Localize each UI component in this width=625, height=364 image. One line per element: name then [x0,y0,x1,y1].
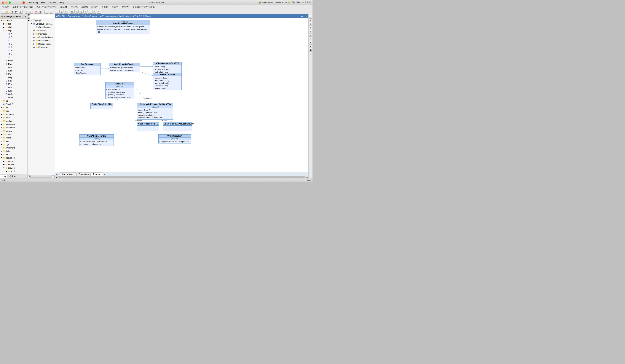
toolbar-save[interactable]: 💾 [10,10,14,14]
tree-extensions[interactable]: ▶ 📁 Extensions [28,46,55,49]
toolbar-paste[interactable]: 📌 [34,10,38,14]
class-Chain[interactable]: Chain <T> (abstract) # next : Chain<T> +… [105,82,134,99]
menu-window[interactable]: Window [48,1,56,4]
class-Chain-Main[interactable]: Chain_MainA***AsyncCallBackDTO (abstract… [137,103,173,120]
menu-model[interactable]: 模型(M) [59,5,69,9]
menu-edit[interactable]: Edit [41,1,45,4]
toggle-personas[interactable]: ▶ [0,113,3,116]
apple-icon[interactable]: 🍎 [22,1,25,4]
hscroll-thumb[interactable] [59,176,305,178]
toggle-classes[interactable]: ▶ [33,29,35,32]
tree-item-O2[interactable]: C O [0,42,27,46]
tree-item-In[interactable]: C In [0,173,27,174]
tree-item-p2p[interactable]: ▶ 📁 p2p [0,106,27,109]
tree-item-ICps[interactable]: I ICps [0,62,27,66]
class-Chain-ABInfo[interactable]: Chain_ABInfoAsyncCallBackDTO [163,122,192,131]
tree-generalizations[interactable]: ▶ 📁 Generalizations [28,35,55,39]
toggle-oom[interactable]: ▼ [30,23,33,25]
toolbar-copy[interactable]: 📋 [29,10,33,14]
toggle-ext[interactable]: ▶ [33,46,35,49]
tree-item-lOrd1[interactable]: C lOrd [0,69,27,72]
toggle-entity[interactable]: ▶ [3,160,5,162]
class-BaseResponse[interactable]: BaseResponse # code : String # msg : Str… [74,63,101,75]
rtool-6[interactable]: ⊞ [309,33,312,37]
tree-item-promotion[interactable]: ▶ 📁 promotion [0,123,27,126]
tree-item-lord[interactable]: C lord [0,66,27,69]
toggle-seckill[interactable]: ▶ [0,136,3,139]
tab-reverse[interactable]: Reverse [91,173,103,176]
tree-item-lPay2[interactable]: C lPay [0,79,27,82]
class-OrderBaseChain[interactable]: OrderBaseChain (abstract) # shopOrderExt… [158,134,191,144]
toggle-systemSta[interactable]: ▶ [0,147,3,149]
tree-item-score[interactable]: ▶ 📁 score [0,133,27,136]
tree-oom-model[interactable]: ▼ M ObjectOrientedModel_1 [28,22,55,26]
tree-item-chain[interactable]: ▶ 📁 chain [0,26,27,29]
tree-item-util1[interactable]: ▶ 📁 util [0,99,27,103]
tree-item-lUpd[interactable]: C lUpd [0,89,27,92]
class-CashAfterBaseChain[interactable]: CashAfterBaseChain (abstract) # loanTran… [79,134,114,146]
toggle-gen[interactable]: ▶ [33,36,35,38]
diagram-minimize-icon[interactable]: — [301,15,303,17]
tree-item-enums[interactable]: ▶ 📁 enums [0,163,27,166]
toggle-interfaces[interactable]: ▶ [33,32,35,35]
toolbar-cut[interactable]: ✂ [25,10,29,14]
model-search-input[interactable] [31,15,55,18]
tree-class-diagram[interactable]: D ClassDiagram_1 [28,26,55,29]
tab-check-model[interactable]: Check Model [60,173,76,176]
menu-huaiming[interactable]: huaiming [28,1,38,4]
toggle-product[interactable]: ▶ [0,120,3,122]
toolbar-delete[interactable]: 🗑 [38,10,42,14]
toggle-sign[interactable]: ▶ [0,143,3,146]
toggle-util2[interactable]: ▶ [0,153,3,156]
toggle-impl-bottom[interactable]: ▶ [5,170,8,173]
rtool-3[interactable]: ◉ [309,22,312,26]
tree-item-lPay1[interactable]: C lPay [0,76,27,79]
horizontal-scrollbar-thumb[interactable] [31,176,52,178]
toolbar-redo[interactable]: ↪ [49,10,53,14]
tree-item-proc[interactable]: ▶ 📁 proc [0,116,27,119]
toggle-pay[interactable]: ▶ [0,110,3,112]
tree-classes[interactable]: ▶ 📁 Classes [28,29,55,32]
tree-item-lSho2[interactable]: C lSho [0,86,27,89]
menu-help[interactable]: Help [59,1,64,4]
toolbar-generate[interactable]: ⚙ [59,10,63,14]
scroll-right-btn[interactable]: ▶ [52,176,55,178]
menu-language[interactable]: 语言(A) [79,5,89,9]
toolbar-text[interactable]: T [88,10,92,14]
toggle-utils-calcul[interactable]: ▼ [0,156,3,159]
rtool-8[interactable]: ⊠ [309,41,312,44]
toggle-regular[interactable]: ▶ [0,130,3,132]
nav-right-icon[interactable]: □ [58,173,59,176]
toggle-real[interactable]: ▶ [33,39,35,42]
tree-workspace[interactable]: ▶ 🗂 工作空间 [28,19,55,22]
tree-item-lSho1[interactable]: C lSho [0,82,27,86]
maximize-button[interactable] [9,1,11,4]
rtool-7[interactable]: ⊟ [309,37,312,40]
tree-item-impl[interactable]: ▼ 📁 impl [0,29,27,32]
rtool-2[interactable]: ▦ [309,18,312,22]
tree-item-util2[interactable]: ▶ 📁 util [0,153,27,156]
menu-repository[interactable]: 仓库(R) [100,5,110,9]
class-IOrderResultApiService[interactable]: <<interface>> IOrderResultApiService + o… [96,20,150,34]
diagram-scrollbar-h[interactable]: ◀ ▶ [55,176,308,178]
rtool-10[interactable]: ⬛ [309,48,312,52]
tree-item-S1[interactable]: C S [0,49,27,52]
tree-item-pay[interactable]: ▶ 📁 pay [0,109,27,113]
toggle-enums[interactable]: ▶ [3,163,5,166]
toggle-biz[interactable]: ▶ [3,23,5,25]
toolbar-zoom-out[interactable]: 🔍 [79,10,83,14]
toggle-score[interactable]: ▶ [0,133,3,136]
tree-item-Orde1[interactable]: C Orde [0,92,27,96]
tree-item-S2[interactable]: C S [0,52,27,56]
toggle-impl[interactable]: ▼ [3,29,5,32]
toggle-p2p[interactable]: ▶ [0,106,3,109]
tree-item-timing[interactable]: ▶ 📁 timing [0,150,27,153]
toggle-service-bottom[interactable]: ▼ [3,167,5,169]
tab-repository[interactable]: 仓库(R) [8,175,18,178]
close-button[interactable] [2,1,4,4]
tree-item-impl-bottom[interactable]: ▶ 📁 impl [0,170,27,173]
class-Chain-ShopOrderDTO-left[interactable]: Chain_ShopOrderDTO [91,103,113,109]
scroll-left[interactable]: ◀ [55,176,58,178]
menu-symbol[interactable]: 符号(S) [69,5,79,9]
tree-dependencies[interactable]: ▶ 📁 Dependencies [28,42,55,46]
